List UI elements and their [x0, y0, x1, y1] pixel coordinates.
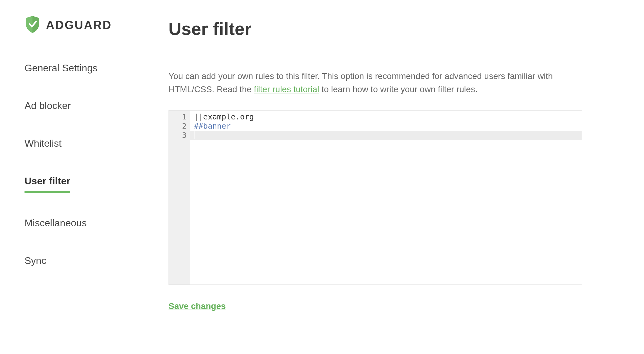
shield-icon	[25, 15, 40, 35]
filter-rules-tutorial-link[interactable]: filter rules tutorial	[254, 85, 319, 94]
editor-gutter: 1 2 3	[169, 111, 190, 284]
description-post: to learn how to write your own filter ru…	[319, 85, 478, 94]
sidebar-item-miscellaneous[interactable]: Miscellaneous	[25, 216, 87, 231]
sidebar-nav: General Settings Ad blocker Whitelist Us…	[25, 61, 169, 291]
code-line-1-domain: example.org	[203, 112, 254, 121]
main-content: User filter You can add your own rules t…	[169, 15, 582, 311]
sidebar-item-user-filter[interactable]: User filter	[25, 174, 70, 193]
sidebar: ADGUARD General Settings Ad blocker Whit…	[25, 15, 169, 311]
code-line-1-operator: ||	[194, 112, 203, 121]
code-line-2: ##banner	[190, 122, 582, 131]
gutter-line-3: 3	[169, 131, 187, 140]
editor-code[interactable]: ||example.org ##banner	[190, 111, 582, 284]
gutter-line-2: 2	[169, 122, 187, 131]
sidebar-item-sync[interactable]: Sync	[25, 253, 46, 268]
brand-name: ADGUARD	[46, 19, 112, 32]
sidebar-item-ad-blocker[interactable]: Ad blocker	[25, 98, 71, 113]
code-line-3	[190, 131, 582, 140]
page-description: You can add your own rules to this filte…	[169, 70, 567, 96]
brand-logo: ADGUARD	[25, 15, 169, 35]
rules-editor[interactable]: 1 2 3 ||example.org ##banner	[169, 110, 582, 285]
page-title: User filter	[169, 18, 582, 39]
code-line-2-rule: ##banner	[194, 122, 231, 130]
sidebar-item-whitelist[interactable]: Whitelist	[25, 136, 62, 151]
text-cursor-icon	[194, 131, 194, 139]
code-line-1: ||example.org	[190, 112, 582, 122]
gutter-line-1: 1	[169, 112, 187, 122]
save-changes-button[interactable]: Save changes	[169, 301, 226, 311]
sidebar-item-general-settings[interactable]: General Settings	[25, 61, 97, 76]
